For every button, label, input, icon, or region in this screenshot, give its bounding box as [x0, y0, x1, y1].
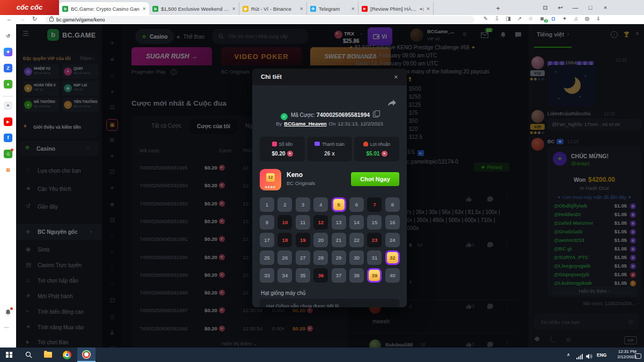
- keno-cell-15[interactable]: 15: [367, 215, 382, 230]
- keno-cell-24[interactable]: 24: [385, 233, 400, 247]
- tab-close-icon[interactable]: ×: [143, 5, 146, 12]
- keno-cell-29[interactable]: 29: [332, 250, 346, 265]
- browser-tab[interactable]: bBC.Game: Crypto Casino Gan×: [59, 2, 149, 15]
- play-now-button[interactable]: Chơi Ngay: [351, 172, 399, 186]
- keno-cell-14[interactable]: 14: [349, 215, 364, 230]
- extension-icon[interactable]: ♫: [572, 16, 580, 21]
- shop-icon[interactable]: ⊞: [4, 166, 12, 174]
- keno-cell-40[interactable]: 40: [385, 268, 400, 283]
- keno-cell-36[interactable]: 36: [313, 268, 328, 283]
- keno-cell-28[interactable]: 28: [313, 250, 328, 265]
- keno-cell-22[interactable]: 22: [349, 233, 364, 247]
- keno-cell-27[interactable]: 27: [296, 250, 310, 265]
- chrome-icon[interactable]: [58, 348, 76, 362]
- extension-icon[interactable]: ↗: [515, 16, 524, 21]
- messenger-icon[interactable]: ✦: [4, 48, 12, 56]
- keno-cell-12[interactable]: 12: [313, 215, 328, 230]
- minimize-button[interactable]: —: [569, 1, 582, 14]
- tab-close-icon[interactable]: ×: [427, 5, 430, 12]
- history-icon[interactable]: ↺: [4, 32, 12, 40]
- keno-cell-37[interactable]: 37: [332, 268, 346, 283]
- browser-tab[interactable]: ►[Review Phim] HÀO QUA◄)×: [358, 2, 434, 15]
- volume-icon[interactable]: [586, 352, 592, 361]
- extension-icon[interactable]: ⇓: [594, 16, 603, 21]
- keno-cell-35[interactable]: 35: [296, 268, 310, 283]
- keno-cell-9[interactable]: 9: [260, 215, 274, 230]
- coccoc-taskbar-icon[interactable]: [77, 348, 96, 362]
- taskbar-search-icon[interactable]: [19, 348, 38, 362]
- keno-cell-4[interactable]: 4: [313, 197, 328, 212]
- keno-cell-18[interactable]: 18: [277, 233, 292, 247]
- keno-cell-2[interactable]: 2: [277, 197, 292, 212]
- new-tab-button[interactable]: +: [493, 3, 503, 14]
- start-button[interactable]: [0, 348, 18, 362]
- keno-cell-8[interactable]: 8: [385, 197, 400, 212]
- keno-cell-33[interactable]: 33: [260, 268, 274, 283]
- keno-cell-26[interactable]: 26: [277, 250, 292, 265]
- rail-more-icon[interactable]: ⋯: [4, 324, 9, 330]
- extension-icon[interactable]: ✎: [481, 16, 490, 21]
- keno-cell-34[interactable]: 34: [277, 268, 292, 283]
- keno-cell-19[interactable]: 19: [296, 233, 310, 247]
- facebook-icon[interactable]: f: [4, 134, 12, 142]
- youtube-icon[interactable]: ►: [4, 117, 12, 126]
- tab-close-icon[interactable]: ×: [300, 5, 303, 12]
- tab-close-icon[interactable]: ×: [352, 5, 355, 12]
- keno-cell-38[interactable]: 38: [349, 268, 364, 283]
- close-window-button[interactable]: ×: [599, 1, 612, 14]
- copy-icon[interactable]: [373, 112, 378, 117]
- extension-icon[interactable]: ✦: [560, 16, 569, 21]
- keno-cell-3[interactable]: 3: [296, 197, 310, 212]
- keno-cell-23[interactable]: 23: [367, 233, 382, 247]
- extension-icon[interactable]: ◙3: [538, 16, 546, 21]
- keno-cell-17[interactable]: 17: [260, 233, 274, 247]
- tab-search-icon[interactable]: ⊡: [539, 1, 552, 14]
- keno-cell-32[interactable]: 32: [385, 250, 400, 265]
- keno-cell-39[interactable]: 39: [367, 268, 382, 283]
- keno-game-icon[interactable]: 12 KENO: [260, 169, 281, 190]
- tray-chevron-icon[interactable]: ∧: [567, 352, 570, 357]
- close-icon[interactable]: ×: [394, 73, 398, 81]
- forward-button[interactable]: →: [19, 16, 25, 22]
- maximize-button[interactable]: □: [584, 1, 597, 14]
- file-explorer-icon[interactable]: [39, 348, 57, 362]
- network-icon[interactable]: [576, 352, 583, 361]
- keno-cell-6[interactable]: 6: [349, 197, 364, 212]
- games-icon[interactable]: ♦: [4, 80, 12, 88]
- extension-icon[interactable]: ◍: [583, 16, 591, 21]
- reload-button[interactable]: ↻: [32, 16, 37, 23]
- keno-cell-31[interactable]: 31: [367, 250, 382, 265]
- tab-audio-icon[interactable]: ◄): [419, 7, 423, 11]
- browser-tab[interactable]: b$1,500 Exclusive Weekend Ke×: [149, 2, 239, 15]
- share-icon[interactable]: [387, 100, 396, 109]
- keno-cell-21[interactable]: 21: [332, 233, 346, 247]
- taskbar-clock[interactable]: 12:31 PM 2/12/2023: [611, 349, 636, 360]
- extension-icon[interactable]: ◘: [549, 16, 558, 21]
- action-center-icon[interactable]: [635, 352, 641, 361]
- tab-close-icon[interactable]: ×: [232, 5, 236, 12]
- extension-icon[interactable]: ☆: [526, 16, 535, 21]
- extension-icon[interactable]: ⇩: [493, 16, 501, 21]
- keno-cell-30[interactable]: 30: [349, 250, 364, 265]
- language-indicator[interactable]: ENG: [597, 352, 606, 358]
- back-button[interactable]: ←: [6, 16, 12, 22]
- keno-cell-16[interactable]: 16: [385, 215, 400, 230]
- sticker-icon[interactable]: ☺: [4, 150, 12, 158]
- browser-tab[interactable]: ◆Rút - Ví - Binance×: [239, 2, 307, 15]
- restore-tab-icon[interactable]: ↩: [554, 1, 567, 14]
- zalo-icon[interactable]: Z: [4, 64, 12, 72]
- notification-bell-icon[interactable]: [4, 308, 12, 316]
- keno-cell-5[interactable]: 5: [332, 197, 346, 212]
- keno-cell-10[interactable]: 10: [277, 215, 292, 230]
- player-link[interactable]: BCGame_Heaven: [284, 121, 326, 127]
- keno-cell-13[interactable]: 13: [332, 215, 346, 230]
- keno-cell-1[interactable]: 1: [260, 197, 274, 212]
- keno-cell-25[interactable]: 25: [260, 250, 274, 265]
- extension-icon[interactable]: ◨: [504, 16, 513, 21]
- keno-cell-20[interactable]: 20: [313, 233, 328, 247]
- add-tab-icon[interactable]: +: [4, 101, 12, 110]
- keno-cell-7[interactable]: 7: [367, 197, 382, 212]
- browser-tab[interactable]: ✈Telegram×: [307, 2, 358, 15]
- address-bar[interactable]: bc.game/vi/game/keno: [45, 16, 474, 23]
- keno-cell-11[interactable]: 11: [296, 215, 310, 230]
